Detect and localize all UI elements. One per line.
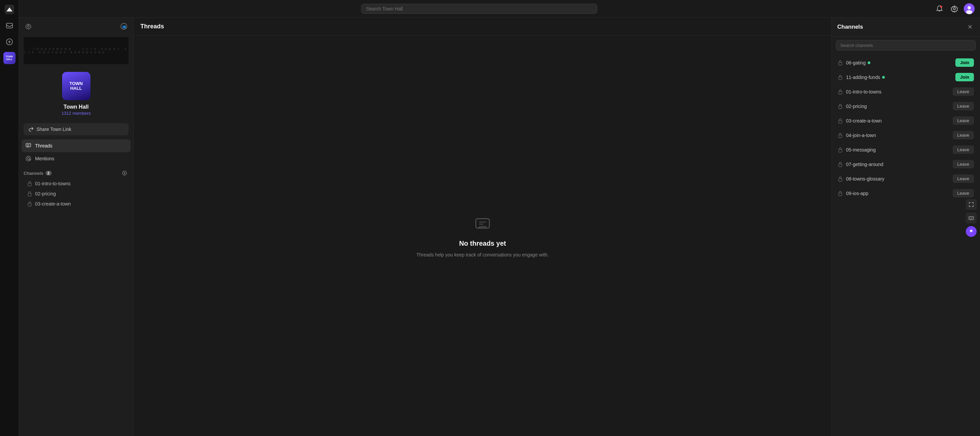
leave-channel-button[interactable]: Leave: [953, 175, 974, 183]
sidebar-item-mentions[interactable]: Mentions: [22, 152, 130, 165]
logo-button[interactable]: [3, 3, 16, 16]
threads-icon: [25, 142, 32, 149]
online-indicator: [882, 76, 885, 79]
svg-rect-22: [838, 106, 842, 109]
notifications-icon[interactable]: [934, 3, 945, 14]
channel-row-left: 11-adding-funds: [838, 75, 885, 80]
svg-rect-29: [969, 216, 974, 220]
svg-rect-20: [838, 77, 842, 80]
channel-row-left: 04-join-a-town: [838, 133, 876, 138]
svg-point-8: [28, 25, 29, 27]
right-channel-06-gating[interactable]: 06-gating Join: [835, 55, 977, 70]
user-avatar[interactable]: [964, 3, 975, 14]
center-panel: Threads No threads yet Threads help you …: [134, 18, 832, 436]
leave-channel-button[interactable]: Leave: [953, 116, 974, 125]
icon-bar: TOWNHALL: [0, 0, 19, 436]
server-name: Town Hall: [64, 104, 88, 110]
right-channel-11-adding-funds[interactable]: 11-adding-funds Join: [835, 70, 977, 84]
empty-threads-icon: [473, 215, 493, 235]
right-channel-07-getting-around[interactable]: 07-getting-around Leave: [835, 157, 977, 172]
channel-row-left: 02-pricing: [838, 103, 867, 109]
settings-icon[interactable]: [949, 3, 960, 14]
channel-name: 02-pricing: [846, 103, 867, 109]
svg-point-3: [940, 6, 942, 8]
keyboard-icon[interactable]: [966, 213, 977, 223]
inbox-icon[interactable]: [3, 19, 16, 32]
svg-text:👥: 👥: [122, 25, 126, 29]
server-avatar: TOWN HALL: [61, 71, 91, 101]
sidebar: 👥 · · · 7 D 6 9 3 6 B 6 D 8 · · · A C 7 …: [19, 18, 134, 436]
right-channel-02-pricing[interactable]: 02-pricing Leave: [835, 99, 977, 113]
threads-label: Threads: [35, 143, 52, 148]
right-panel-title: Channels: [837, 24, 863, 30]
right-channel-01-intro-to-towns[interactable]: 01-intro-to-towns Leave: [835, 84, 977, 99]
right-channels-list: 06-gating Join 11-adding-funds Join: [832, 54, 980, 436]
leave-channel-button[interactable]: Leave: [953, 88, 974, 96]
svg-rect-16: [28, 193, 31, 196]
leave-channel-button[interactable]: Leave: [953, 131, 974, 139]
channel-row-left: 05-messaging: [838, 147, 876, 153]
sidebar-top: 👥: [19, 18, 133, 34]
right-channel-03-create-a-town[interactable]: 03-create-a-town Leave: [835, 113, 977, 128]
leave-channel-button[interactable]: Leave: [953, 145, 974, 154]
svg-rect-15: [28, 183, 31, 186]
channels-search-input[interactable]: [836, 40, 976, 51]
right-channel-08-towns-glossary[interactable]: 08-towns-glossary Leave: [835, 172, 977, 186]
svg-rect-21: [838, 91, 842, 94]
floating-icons: [966, 199, 977, 237]
channel-name: 02-pricing: [35, 191, 56, 196]
leave-channel-button[interactable]: Leave: [953, 160, 974, 169]
sidebar-item-threads[interactable]: Threads: [22, 139, 130, 152]
sidebar-channels-list: 01-intro-to-towns 02-pricing 03-create-a…: [24, 178, 129, 209]
channels-header: Channels 2: [24, 169, 129, 177]
channel-name: 06-gating: [846, 60, 870, 65]
svg-rect-27: [838, 178, 842, 181]
svg-rect-25: [838, 150, 842, 152]
town-hall-server-icon[interactable]: TOWNHALL: [3, 52, 16, 64]
channel-row-left: 07-getting-around: [838, 162, 883, 167]
chat-support-icon[interactable]: [966, 226, 977, 237]
join-channel-button[interactable]: Join: [955, 58, 974, 67]
main-layout: 👥 · · · 7 D 6 9 3 6 B 6 D 8 · · · A C 7 …: [19, 18, 980, 436]
add-channel-button[interactable]: [121, 169, 129, 177]
channels-section: Channels 2 01-intro-to-towns: [19, 166, 133, 210]
channel-name: 08-towns-glossary: [846, 176, 885, 181]
channel-name: 05-messaging: [846, 147, 876, 153]
right-channel-05-messaging[interactable]: 05-messaging Leave: [835, 142, 977, 157]
channels-title: Channels 2: [24, 171, 52, 176]
right-channel-04-join-a-town[interactable]: 04-join-a-town Leave: [835, 128, 977, 142]
svg-point-12: [27, 158, 29, 160]
channel-row-left: 03-create-a-town: [838, 118, 882, 124]
center-body: No threads yet Threads help you keep tra…: [134, 36, 832, 436]
sidebar-channel-03-create-a-town[interactable]: 03-create-a-town: [24, 199, 129, 209]
channel-name: 09-ios-app: [846, 191, 868, 196]
channel-name: 07-getting-around: [846, 162, 883, 167]
svg-rect-17: [28, 204, 31, 206]
svg-rect-11: [26, 143, 31, 147]
expand-icon[interactable]: [966, 199, 977, 210]
close-right-panel-button[interactable]: ✕: [965, 22, 975, 32]
empty-title: No threads yet: [459, 240, 506, 247]
search-input[interactable]: [361, 4, 597, 14]
leave-channel-button[interactable]: Leave: [953, 102, 974, 110]
share-town-link-button[interactable]: Share Town Link: [24, 123, 129, 135]
svg-rect-23: [838, 121, 842, 123]
mentions-label: Mentions: [35, 156, 54, 161]
channel-name: 01-intro-to-towns: [846, 89, 881, 94]
empty-subtitle: Threads help you keep track of conversat…: [417, 252, 549, 258]
channels-badge: 2: [46, 171, 52, 175]
sidebar-channel-01-intro-to-towns[interactable]: 01-intro-to-towns: [24, 178, 129, 189]
right-channel-09-ios-app[interactable]: 09-ios-app Leave: [835, 186, 977, 200]
server-members: 1312 members: [61, 111, 91, 116]
join-channel-button[interactable]: Join: [955, 73, 974, 81]
sidebar-channel-02-pricing[interactable]: 02-pricing: [24, 189, 129, 199]
mentions-icon: [25, 155, 32, 162]
svg-rect-28: [838, 193, 842, 196]
sidebar-settings-button[interactable]: [24, 22, 33, 31]
leave-channel-button[interactable]: Leave: [953, 189, 974, 197]
channel-row-left: 01-intro-to-towns: [838, 89, 881, 94]
sidebar-members-button[interactable]: 👥: [119, 22, 129, 31]
add-server-button[interactable]: [3, 36, 16, 48]
right-panel: Channels ✕ 06-gating Join: [832, 18, 980, 436]
online-indicator: [868, 61, 870, 64]
